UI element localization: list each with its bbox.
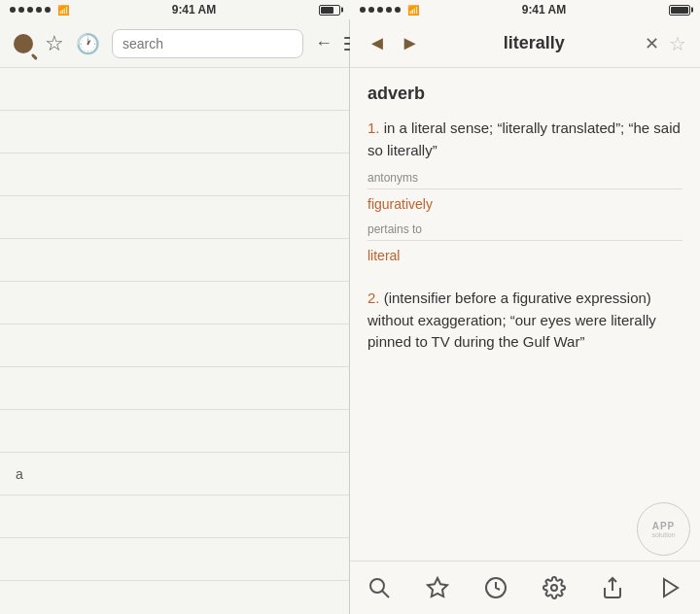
word-title: literally: [424, 33, 645, 53]
search-input[interactable]: [112, 29, 303, 58]
svg-point-4: [551, 585, 557, 591]
antonyms-section: antonyms figuratively: [368, 171, 682, 213]
list-item[interactable]: [0, 68, 349, 111]
bookmark-icon: ☆: [45, 31, 64, 56]
app-watermark: APP solution: [637, 502, 690, 556]
list-item[interactable]: [0, 196, 349, 239]
right-status-bar: 📶 9:41 AM: [350, 0, 700, 19]
nav-prev-button[interactable]: ◄: [364, 30, 391, 56]
bookmark-button[interactable]: ☆: [45, 28, 64, 59]
def-text-2: (intensifier before a figurative express…: [368, 290, 656, 350]
dot3: [27, 7, 33, 13]
watermark-app-text: APP: [652, 521, 676, 531]
right-panel: ◄ ► literally ✕ ☆ adverb 1. in a literal…: [350, 19, 700, 614]
clock-bottom-icon: [484, 576, 508, 599]
list-item[interactable]: [0, 367, 349, 410]
svg-marker-2: [428, 578, 447, 597]
rdot2: [368, 7, 374, 13]
bottom-toolbar: [350, 561, 700, 614]
def-text-1: in a literal sense; “literally translate…: [368, 119, 681, 158]
svg-marker-6: [664, 579, 678, 597]
close-button[interactable]: ✕: [645, 33, 659, 54]
pertains-section: pertains to literal: [368, 222, 682, 264]
def-num-1: 1.: [368, 119, 380, 136]
right-battery: [669, 5, 690, 16]
list-item-label: a: [16, 466, 23, 482]
svg-line-1: [382, 591, 389, 597]
list-item[interactable]: [0, 154, 349, 196]
list-item[interactable]: [0, 324, 349, 367]
magnifier-button[interactable]: [14, 28, 33, 59]
rdot1: [360, 7, 366, 13]
search-bottom-icon: [368, 576, 391, 599]
left-time: 9:41 AM: [172, 3, 217, 17]
main-content: ☆ 🕐 ←: [0, 19, 700, 614]
left-wifi-icon: 📶: [57, 5, 69, 16]
dot1: [10, 7, 16, 13]
pertains-label: pertains to: [368, 222, 682, 236]
list-lines-container: a: [0, 68, 349, 581]
clock-icon: 🕐: [76, 32, 100, 55]
list-item[interactable]: [0, 495, 349, 538]
antonyms-label: antonyms: [368, 171, 682, 185]
magnifier-icon: [14, 34, 33, 53]
list-item[interactable]: [0, 410, 349, 453]
settings-bottom-button[interactable]: [535, 576, 574, 599]
list-item-a[interactable]: a: [0, 453, 349, 495]
rdot5: [395, 7, 401, 13]
share-bottom-icon: [601, 576, 624, 599]
left-battery: [319, 5, 340, 16]
right-signal-dots: 📶: [360, 5, 419, 16]
right-battery-icon: [669, 5, 690, 16]
history-bottom-button[interactable]: [476, 576, 515, 599]
definition-content: adverb 1. in a literal sense; “literally…: [350, 68, 700, 561]
left-status-bar: 📶 9:41 AM: [0, 0, 350, 19]
dot2: [18, 7, 24, 13]
dot4: [36, 7, 42, 13]
back-button[interactable]: ←: [315, 28, 332, 59]
right-time: 9:41 AM: [522, 3, 567, 17]
watermark-solution-text: solution: [651, 531, 675, 538]
left-panel: ☆ 🕐 ←: [0, 19, 350, 614]
search-bottom-button[interactable]: [360, 576, 399, 599]
favorite-button[interactable]: ☆: [669, 32, 686, 55]
list-item[interactable]: [0, 111, 349, 154]
settings-bottom-icon: [542, 576, 566, 599]
list-item[interactable]: [0, 282, 349, 324]
nav-arrows: ◄ ►: [364, 30, 424, 56]
left-toolbar: ☆ 🕐 ←: [0, 19, 349, 68]
list-item[interactable]: [0, 538, 349, 581]
battery-icon: [319, 5, 340, 16]
star-bottom-icon: [426, 576, 449, 599]
def-num-2: 2.: [368, 290, 380, 306]
history-button[interactable]: 🕐: [76, 28, 100, 59]
share-bottom-button[interactable]: [593, 576, 632, 599]
favorite-bottom-button[interactable]: [418, 576, 457, 599]
pertains-link[interactable]: literal: [368, 248, 400, 263]
definition-1: 1. in a literal sense; “literally transl…: [368, 118, 682, 161]
word-class: adverb: [368, 84, 682, 104]
list-item[interactable]: [0, 239, 349, 282]
antonyms-link[interactable]: figuratively: [368, 196, 433, 212]
right-toolbar: ◄ ► literally ✕ ☆: [350, 19, 700, 68]
pertains-divider: [368, 240, 682, 241]
dot5: [45, 7, 51, 13]
right-wifi-icon: 📶: [407, 5, 419, 16]
back-arrow-icon: ←: [315, 33, 332, 53]
nav-next-button[interactable]: ►: [397, 30, 424, 56]
word-list: a: [0, 68, 349, 614]
rdot4: [386, 7, 392, 13]
rdot3: [377, 7, 383, 13]
play-bottom-button[interactable]: [651, 576, 690, 599]
antonyms-divider: [368, 188, 682, 189]
svg-point-0: [370, 579, 384, 593]
left-signal-dots: 📶: [10, 5, 69, 16]
play-bottom-icon: [659, 576, 682, 599]
definition-2: 2. (intensifier before a figurative expr…: [368, 288, 682, 354]
